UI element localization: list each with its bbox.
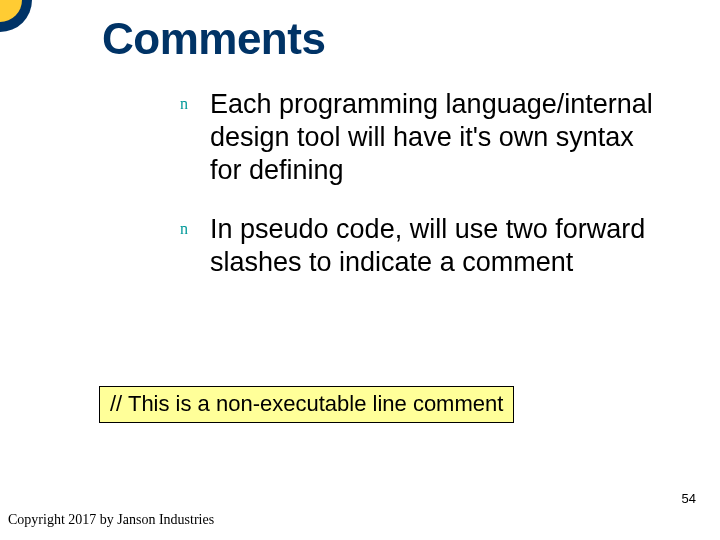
page-number: 54 [682, 491, 696, 506]
code-example-box: // This is a non-executable line comment [99, 386, 514, 423]
bullet-marker: n [180, 213, 210, 245]
bullet-text: Each programming language/internal desig… [210, 88, 670, 187]
corner-accent-icon [0, 0, 32, 32]
list-item: n Each programming language/internal des… [180, 88, 670, 187]
slide-title: Comments [102, 14, 325, 64]
bullet-list: n Each programming language/internal des… [180, 88, 670, 305]
list-item: n In pseudo code, will use two forward s… [180, 213, 670, 279]
bullet-marker: n [180, 88, 210, 120]
bullet-text: In pseudo code, will use two forward sla… [210, 213, 670, 279]
copyright-notice: Copyright 2017 by Janson Industries [8, 512, 214, 528]
